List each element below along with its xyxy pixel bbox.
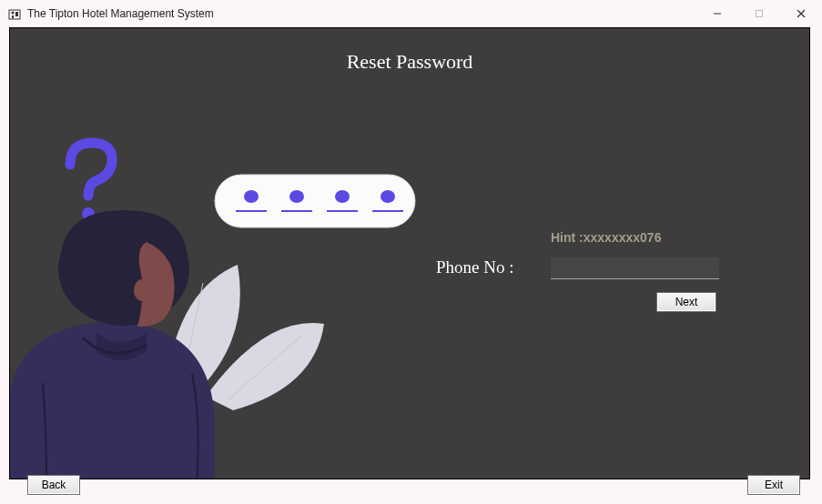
- client-area: Reset Password: [0, 27, 822, 504]
- app-icon: [7, 6, 22, 21]
- main-panel: Reset Password: [9, 27, 810, 479]
- svg-rect-4: [756, 11, 763, 17]
- svg-point-11: [381, 190, 395, 203]
- svg-point-8: [244, 190, 259, 203]
- maximize-button[interactable]: [738, 0, 780, 27]
- minimize-button[interactable]: [696, 0, 738, 27]
- window-controls: [696, 0, 822, 27]
- page-title: Reset Password: [10, 50, 809, 74]
- next-button[interactable]: Next: [656, 292, 716, 312]
- pin-bubble-icon: [215, 175, 415, 227]
- svg-point-1: [12, 12, 15, 15]
- close-button[interactable]: [780, 0, 822, 27]
- window-title: The Tipton Hotel Management System: [27, 7, 214, 20]
- exit-button[interactable]: Exit: [747, 475, 800, 495]
- phone-no-input[interactable]: [551, 257, 719, 279]
- back-button[interactable]: Back: [27, 475, 80, 495]
- titlebar: The Tipton Hotel Management System: [0, 0, 822, 27]
- hint-label: Hint :xxxxxxxx076: [551, 230, 661, 245]
- svg-rect-0: [9, 10, 20, 19]
- svg-point-10: [335, 190, 350, 203]
- question-mark-icon: [70, 143, 112, 220]
- svg-point-9: [289, 190, 304, 203]
- svg-rect-2: [15, 12, 18, 16]
- svg-point-20: [134, 279, 150, 301]
- phone-no-label: Phone No :: [436, 257, 514, 277]
- password-illustration: [10, 119, 429, 479]
